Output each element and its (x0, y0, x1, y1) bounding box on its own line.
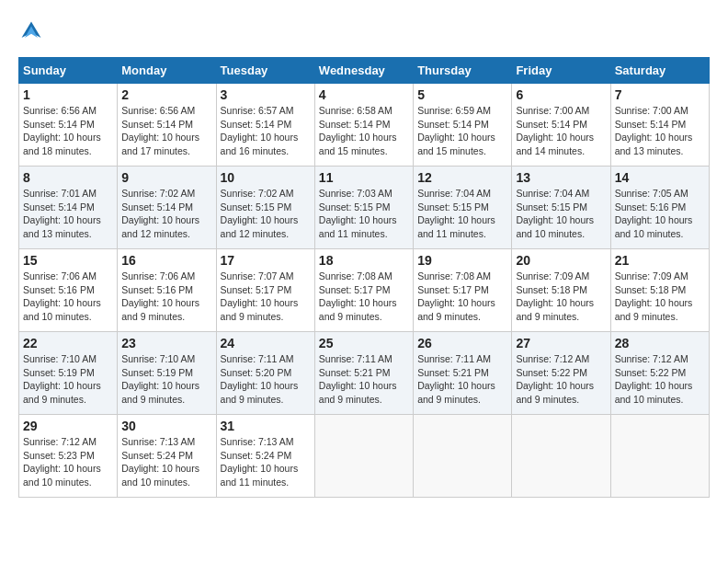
week-row-2: 8Sunrise: 7:01 AM Sunset: 5:14 PM Daylig… (19, 167, 710, 249)
calendar-cell: 13Sunrise: 7:04 AM Sunset: 5:15 PM Dayli… (512, 167, 610, 249)
day-info: Sunrise: 7:07 AM Sunset: 5:17 PM Dayligh… (221, 270, 311, 324)
calendar-cell: 23Sunrise: 7:10 AM Sunset: 5:19 PM Dayli… (118, 332, 216, 415)
day-info: Sunrise: 7:02 AM Sunset: 5:14 PM Dayligh… (121, 187, 211, 241)
day-info: Sunrise: 7:13 AM Sunset: 5:24 PM Dayligh… (221, 435, 311, 489)
calendar-cell: 5Sunrise: 6:59 AM Sunset: 5:14 PM Daylig… (414, 84, 512, 167)
day-info: Sunrise: 7:09 AM Sunset: 5:18 PM Dayligh… (615, 270, 705, 324)
day-number: 6 (516, 87, 606, 102)
day-number: 11 (319, 170, 409, 185)
day-number: 26 (417, 336, 507, 350)
day-number: 8 (23, 170, 113, 185)
calendar-cell: 28Sunrise: 7:12 AM Sunset: 5:22 PM Dayli… (610, 332, 709, 415)
calendar-cell: 16Sunrise: 7:06 AM Sunset: 5:16 PM Dayli… (118, 249, 216, 332)
week-row-1: 1Sunrise: 6:56 AM Sunset: 5:14 PM Daylig… (19, 84, 710, 167)
day-info: Sunrise: 7:12 AM Sunset: 5:23 PM Dayligh… (23, 435, 113, 489)
calendar-cell (610, 415, 709, 498)
calendar-cell: 10Sunrise: 7:02 AM Sunset: 5:15 PM Dayli… (216, 167, 314, 249)
logo-icon (18, 18, 44, 44)
day-number: 27 (516, 336, 606, 350)
day-info: Sunrise: 7:11 AM Sunset: 5:21 PM Dayligh… (417, 352, 507, 407)
day-info: Sunrise: 7:05 AM Sunset: 5:16 PM Dayligh… (615, 187, 705, 241)
day-info: Sunrise: 7:11 AM Sunset: 5:21 PM Dayligh… (319, 352, 409, 407)
day-info: Sunrise: 7:12 AM Sunset: 5:22 PM Dayligh… (615, 352, 705, 407)
week-row-4: 22Sunrise: 7:10 AM Sunset: 5:19 PM Dayli… (19, 332, 710, 415)
day-info: Sunrise: 7:00 AM Sunset: 5:14 PM Dayligh… (615, 104, 705, 158)
day-info: Sunrise: 7:11 AM Sunset: 5:20 PM Dayligh… (221, 352, 311, 407)
day-number: 29 (23, 419, 113, 433)
day-info: Sunrise: 7:12 AM Sunset: 5:22 PM Dayligh… (516, 352, 606, 407)
day-info: Sunrise: 7:06 AM Sunset: 5:16 PM Dayligh… (121, 270, 211, 324)
day-number: 20 (516, 253, 606, 268)
calendar-cell: 6Sunrise: 7:00 AM Sunset: 5:14 PM Daylig… (512, 84, 610, 167)
day-number: 1 (23, 87, 113, 102)
header-saturday: Saturday (610, 58, 709, 84)
week-row-5: 29Sunrise: 7:12 AM Sunset: 5:23 PM Dayli… (19, 415, 710, 498)
calendar-cell: 22Sunrise: 7:10 AM Sunset: 5:19 PM Dayli… (19, 332, 118, 415)
header-wednesday: Wednesday (314, 58, 413, 84)
day-info: Sunrise: 7:01 AM Sunset: 5:14 PM Dayligh… (23, 187, 113, 241)
day-number: 21 (615, 253, 705, 268)
day-info: Sunrise: 6:59 AM Sunset: 5:14 PM Dayligh… (417, 104, 507, 158)
day-number: 24 (221, 336, 311, 350)
calendar-cell: 25Sunrise: 7:11 AM Sunset: 5:21 PM Dayli… (314, 332, 413, 415)
header-friday: Friday (512, 58, 610, 84)
day-info: Sunrise: 6:58 AM Sunset: 5:14 PM Dayligh… (319, 104, 409, 158)
calendar-cell: 17Sunrise: 7:07 AM Sunset: 5:17 PM Dayli… (216, 249, 314, 332)
day-info: Sunrise: 7:08 AM Sunset: 5:17 PM Dayligh… (417, 270, 507, 324)
day-info: Sunrise: 7:08 AM Sunset: 5:17 PM Dayligh… (319, 270, 409, 324)
calendar-cell: 21Sunrise: 7:09 AM Sunset: 5:18 PM Dayli… (610, 249, 709, 332)
day-info: Sunrise: 7:04 AM Sunset: 5:15 PM Dayligh… (516, 187, 606, 241)
calendar-cell: 2Sunrise: 6:56 AM Sunset: 5:14 PM Daylig… (118, 84, 216, 167)
day-number: 12 (417, 170, 507, 185)
calendar-cell: 14Sunrise: 7:05 AM Sunset: 5:16 PM Dayli… (610, 167, 709, 249)
day-number: 5 (417, 87, 507, 102)
day-info: Sunrise: 7:10 AM Sunset: 5:19 PM Dayligh… (23, 352, 113, 407)
calendar-cell: 15Sunrise: 7:06 AM Sunset: 5:16 PM Dayli… (19, 249, 118, 332)
logo (18, 18, 48, 44)
day-number: 22 (23, 336, 113, 350)
day-number: 23 (121, 336, 211, 350)
day-info: Sunrise: 6:56 AM Sunset: 5:14 PM Dayligh… (23, 104, 113, 158)
calendar-table: SundayMondayTuesdayWednesdayThursdayFrid… (18, 57, 710, 498)
calendar-cell: 18Sunrise: 7:08 AM Sunset: 5:17 PM Dayli… (314, 249, 413, 332)
calendar-cell: 24Sunrise: 7:11 AM Sunset: 5:20 PM Dayli… (216, 332, 314, 415)
header-row: SundayMondayTuesdayWednesdayThursdayFrid… (19, 58, 710, 84)
day-number: 16 (121, 253, 211, 268)
calendar-cell: 4Sunrise: 6:58 AM Sunset: 5:14 PM Daylig… (314, 84, 413, 167)
day-number: 4 (319, 87, 409, 102)
calendar-cell: 27Sunrise: 7:12 AM Sunset: 5:22 PM Dayli… (512, 332, 610, 415)
calendar-cell: 12Sunrise: 7:04 AM Sunset: 5:15 PM Dayli… (414, 167, 512, 249)
day-number: 7 (615, 87, 705, 102)
day-number: 2 (121, 87, 211, 102)
calendar-cell (414, 415, 512, 498)
day-number: 3 (221, 87, 311, 102)
day-number: 19 (417, 253, 507, 268)
day-number: 25 (319, 336, 409, 350)
header-sunday: Sunday (19, 58, 118, 84)
calendar-cell (314, 415, 413, 498)
calendar-cell: 19Sunrise: 7:08 AM Sunset: 5:17 PM Dayli… (414, 249, 512, 332)
day-info: Sunrise: 7:13 AM Sunset: 5:24 PM Dayligh… (121, 435, 211, 489)
calendar-cell: 20Sunrise: 7:09 AM Sunset: 5:18 PM Dayli… (512, 249, 610, 332)
calendar-cell: 26Sunrise: 7:11 AM Sunset: 5:21 PM Dayli… (414, 332, 512, 415)
day-info: Sunrise: 7:10 AM Sunset: 5:19 PM Dayligh… (121, 352, 211, 407)
day-number: 10 (221, 170, 311, 185)
calendar-cell: 8Sunrise: 7:01 AM Sunset: 5:14 PM Daylig… (19, 167, 118, 249)
day-info: Sunrise: 7:06 AM Sunset: 5:16 PM Dayligh… (23, 270, 113, 324)
header-monday: Monday (118, 58, 216, 84)
day-number: 30 (121, 419, 211, 433)
calendar-cell: 31Sunrise: 7:13 AM Sunset: 5:24 PM Dayli… (216, 415, 314, 498)
calendar-cell: 3Sunrise: 6:57 AM Sunset: 5:14 PM Daylig… (216, 84, 314, 167)
day-info: Sunrise: 6:56 AM Sunset: 5:14 PM Dayligh… (121, 104, 211, 158)
day-info: Sunrise: 6:57 AM Sunset: 5:14 PM Dayligh… (221, 104, 311, 158)
day-number: 14 (615, 170, 705, 185)
day-info: Sunrise: 7:02 AM Sunset: 5:15 PM Dayligh… (221, 187, 311, 241)
day-number: 9 (121, 170, 211, 185)
calendar-cell: 1Sunrise: 6:56 AM Sunset: 5:14 PM Daylig… (19, 84, 118, 167)
calendar-cell: 7Sunrise: 7:00 AM Sunset: 5:14 PM Daylig… (610, 84, 709, 167)
day-number: 15 (23, 253, 113, 268)
day-info: Sunrise: 7:04 AM Sunset: 5:15 PM Dayligh… (417, 187, 507, 241)
header-tuesday: Tuesday (216, 58, 314, 84)
calendar-cell: 29Sunrise: 7:12 AM Sunset: 5:23 PM Dayli… (19, 415, 118, 498)
calendar-cell: 9Sunrise: 7:02 AM Sunset: 5:14 PM Daylig… (118, 167, 216, 249)
